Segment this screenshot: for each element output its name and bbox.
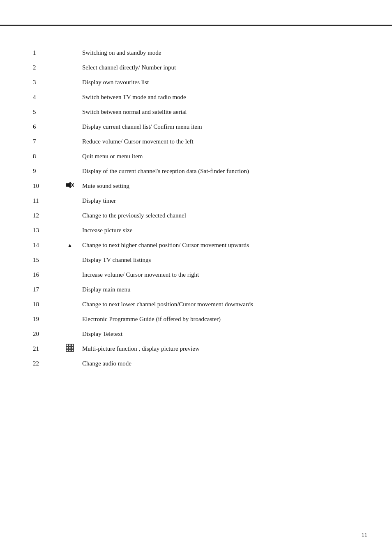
item-icon bbox=[58, 223, 82, 238]
item-description: Display own favourites list bbox=[82, 75, 359, 90]
item-description: Select channel directly/ Number input bbox=[82, 60, 359, 75]
table-row: 21 Multi-picture function , display pict… bbox=[33, 341, 359, 356]
item-number: 10 bbox=[33, 178, 58, 193]
table-row: 11Display timer bbox=[33, 193, 359, 208]
item-icon bbox=[58, 341, 82, 356]
item-number: 7 bbox=[33, 134, 58, 149]
item-description: Increase volume/ Cursor movement to the … bbox=[82, 267, 359, 282]
item-number: 15 bbox=[33, 252, 58, 267]
item-description: Switch between TV mode and radio mode bbox=[82, 90, 359, 104]
item-description: Display main menu bbox=[82, 282, 359, 297]
item-number: 9 bbox=[33, 164, 58, 178]
item-number: 1 bbox=[33, 45, 58, 60]
svg-rect-10 bbox=[66, 349, 68, 352]
item-number: 13 bbox=[33, 223, 58, 238]
item-description: Display timer bbox=[82, 193, 359, 208]
item-description: Multi-picture function , display picture… bbox=[82, 341, 359, 356]
item-number: 22 bbox=[33, 356, 58, 371]
item-icon bbox=[58, 119, 82, 134]
item-description: Display current channel list/ Confirm me… bbox=[82, 119, 359, 134]
item-number: 18 bbox=[33, 297, 58, 312]
item-description: Change to next lower channel position/Cu… bbox=[82, 297, 359, 312]
item-number: 17 bbox=[33, 282, 58, 297]
table-row: 16Increase volume/ Cursor movement to th… bbox=[33, 267, 359, 282]
item-icon bbox=[58, 178, 82, 193]
item-description: Change to next higher channel position/ … bbox=[82, 238, 359, 252]
item-description: Reduce volume/ Cursor movement to the le… bbox=[82, 134, 359, 149]
table-row: 20Display Teletext bbox=[33, 326, 359, 341]
item-number: 11 bbox=[33, 193, 58, 208]
item-number: 21 bbox=[33, 341, 58, 356]
svg-rect-0 bbox=[66, 183, 68, 187]
item-description: Mute sound setting bbox=[82, 178, 359, 193]
item-icon bbox=[58, 282, 82, 297]
item-number: 12 bbox=[33, 208, 58, 223]
item-icon bbox=[58, 356, 82, 371]
item-description: Change to the previously selected channe… bbox=[82, 208, 359, 223]
item-icon bbox=[58, 297, 82, 312]
table-row: 5Switch between normal and satellite aer… bbox=[33, 104, 359, 119]
table-row: 13Increase picture size bbox=[33, 223, 359, 238]
svg-rect-6 bbox=[71, 344, 74, 346]
svg-rect-11 bbox=[69, 349, 71, 352]
item-icon: ▲ bbox=[58, 238, 82, 252]
items-table: 1Switching on and standby mode2Select ch… bbox=[33, 45, 359, 371]
item-description: Display of the current channel's recepti… bbox=[82, 164, 359, 178]
svg-rect-7 bbox=[66, 347, 68, 349]
table-row: 22Change audio mode bbox=[33, 356, 359, 371]
table-row: 17Display main menu bbox=[33, 282, 359, 297]
svg-rect-9 bbox=[71, 347, 74, 349]
table-row: 7Reduce volume/ Cursor movement to the l… bbox=[33, 134, 359, 149]
item-icon bbox=[58, 267, 82, 282]
item-number: 14 bbox=[33, 238, 58, 252]
item-number: 4 bbox=[33, 90, 58, 104]
svg-marker-1 bbox=[68, 182, 71, 188]
item-icon bbox=[58, 312, 82, 326]
item-description: Electronic Programme Guide (if offered b… bbox=[82, 312, 359, 326]
table-row: 19Electronic Programme Guide (if offered… bbox=[33, 312, 359, 326]
item-description: Change audio mode bbox=[82, 356, 359, 371]
svg-rect-12 bbox=[71, 349, 74, 352]
item-number: 3 bbox=[33, 75, 58, 90]
item-icon bbox=[58, 208, 82, 223]
table-row: 12Change to the previously selected chan… bbox=[33, 208, 359, 223]
item-description: Display TV channel listings bbox=[82, 252, 359, 267]
item-icon bbox=[58, 149, 82, 164]
table-row: 9Display of the current channel's recept… bbox=[33, 164, 359, 178]
table-row: 10 Mute sound setting bbox=[33, 178, 359, 193]
table-row: 3Display own favourites list bbox=[33, 75, 359, 90]
table-row: 8Quit menu or menu item bbox=[33, 149, 359, 164]
item-description: Switching on and standby mode bbox=[82, 45, 359, 60]
item-description: Increase picture size bbox=[82, 223, 359, 238]
item-number: 19 bbox=[33, 312, 58, 326]
item-icon bbox=[58, 60, 82, 75]
table-row: 4Switch between TV mode and radio mode bbox=[33, 90, 359, 104]
item-icon bbox=[58, 252, 82, 267]
svg-rect-4 bbox=[66, 344, 68, 346]
up-arrow-icon: ▲ bbox=[67, 242, 73, 248]
item-number: 6 bbox=[33, 119, 58, 134]
table-row: 15Display TV channel listings bbox=[33, 252, 359, 267]
table-row: 18Change to next lower channel position/… bbox=[33, 297, 359, 312]
item-description: Display Teletext bbox=[82, 326, 359, 341]
table-row: 6Display current channel list/ Confirm m… bbox=[33, 119, 359, 134]
main-content: 1Switching on and standby mode2Select ch… bbox=[0, 0, 392, 404]
item-number: 8 bbox=[33, 149, 58, 164]
item-icon bbox=[58, 193, 82, 208]
item-icon bbox=[58, 326, 82, 341]
top-border bbox=[0, 25, 392, 26]
item-number: 2 bbox=[33, 60, 58, 75]
item-icon bbox=[58, 45, 82, 60]
item-icon bbox=[58, 164, 82, 178]
item-icon bbox=[58, 75, 82, 90]
item-number: 20 bbox=[33, 326, 58, 341]
table-row: 14▲Change to next higher channel positio… bbox=[33, 238, 359, 252]
item-description: Switch between normal and satellite aeri… bbox=[82, 104, 359, 119]
item-icon bbox=[58, 90, 82, 104]
table-row: 2Select channel directly/ Number input bbox=[33, 60, 359, 75]
page-number: 11 bbox=[362, 532, 367, 539]
table-row: 1Switching on and standby mode bbox=[33, 45, 359, 60]
item-icon bbox=[58, 134, 82, 149]
item-description: Quit menu or menu item bbox=[82, 149, 359, 164]
svg-rect-8 bbox=[69, 347, 71, 349]
